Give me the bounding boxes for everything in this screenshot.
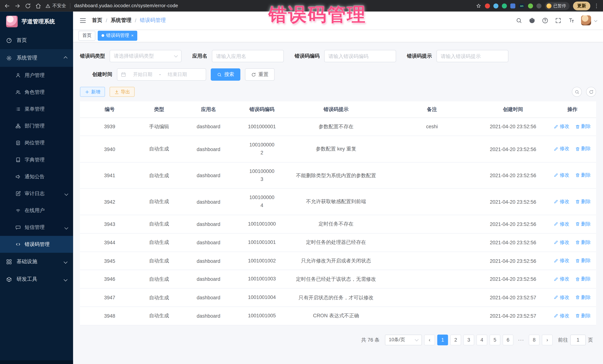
sidebar-item-dict-mgmt[interactable]: 字典管理 <box>0 151 73 168</box>
sidebar-item-role-mgmt[interactable]: 角色管理 <box>0 84 73 101</box>
sidebar-item-sms-mgmt[interactable]: 短信管理 <box>0 219 73 236</box>
reload-icon[interactable] <box>25 2 31 9</box>
page-button-2[interactable]: 2 <box>450 334 461 345</box>
extension-paw-icon[interactable] <box>536 3 541 8</box>
sidebar-item-dept-mgmt[interactable]: 部门管理 <box>0 118 73 134</box>
tag-close-icon[interactable]: × <box>131 33 134 38</box>
tags-view-bar: 首页 错误码管理 × <box>73 29 603 42</box>
page-button-6[interactable]: 6 <box>503 334 513 345</box>
delete-link[interactable]: 删除 <box>575 221 591 227</box>
page-size-select[interactable]: 10条/页 <box>385 334 422 345</box>
pencil-icon <box>554 240 559 245</box>
page-button-3[interactable]: 3 <box>464 334 474 345</box>
prev-page-button[interactable]: ‹ <box>424 334 435 345</box>
home-icon[interactable] <box>35 2 42 9</box>
col-header-remark: 备注 <box>386 101 477 118</box>
fullscreen-icon[interactable] <box>555 17 561 23</box>
edit-link[interactable]: 修改 <box>554 221 569 227</box>
edit-link[interactable]: 修改 <box>554 239 569 246</box>
chrome-update-button[interactable]: 更新 <box>573 1 590 10</box>
refresh-table-button[interactable] <box>586 87 596 97</box>
table-row: 3948 自动生成 dashboard 1001001005 CRON 表达式不… <box>80 307 596 325</box>
delete-link[interactable]: 删除 <box>575 146 591 152</box>
edit-link[interactable]: 修改 <box>554 123 569 130</box>
error-code-input[interactable] <box>328 53 392 59</box>
end-date-input[interactable] <box>163 72 191 77</box>
delete-link[interactable]: 删除 <box>575 199 591 205</box>
sidebar-item-error-code[interactable]: 错误码管理 <box>0 236 73 253</box>
delete-link[interactable]: 删除 <box>575 313 591 319</box>
edit-link[interactable]: 修改 <box>554 257 569 264</box>
sidebar-item-infra[interactable]: 基础设施 <box>0 253 73 270</box>
reset-button[interactable]: 重置 <box>245 68 275 81</box>
next-page-button[interactable]: › <box>542 334 553 345</box>
sidebar-item-audit-log[interactable]: 审计日志 <box>0 185 73 202</box>
extension-blue-drop-icon[interactable] <box>494 3 499 8</box>
security-chip[interactable]: 不安全 <box>46 2 66 9</box>
search-icon[interactable] <box>516 17 522 23</box>
bookmark-star-icon[interactable] <box>476 3 482 9</box>
hamburger-icon[interactable] <box>79 17 86 24</box>
start-date-input[interactable] <box>128 72 157 77</box>
extension-green-circle-icon[interactable] <box>502 3 507 8</box>
edit-link[interactable]: 修改 <box>554 276 569 282</box>
address-url[interactable]: dashboard.yudao.iocoder.cn/system/error-… <box>74 3 178 9</box>
sidebar-item-system[interactable]: 系统管理 <box>0 49 73 67</box>
help-icon[interactable] <box>542 17 548 23</box>
app-name-input[interactable] <box>216 53 280 59</box>
page-button-5[interactable]: 5 <box>490 334 500 345</box>
browser-menu-icon[interactable]: ⋮ <box>594 3 599 9</box>
export-button[interactable]: 导出 <box>110 87 135 97</box>
user-avatar[interactable] <box>581 15 591 25</box>
extension-leaf-icon[interactable] <box>528 3 533 8</box>
sidebar-item-home[interactable]: 首页 <box>0 32 73 49</box>
col-header-ops: 操作 <box>549 101 596 118</box>
delete-link[interactable]: 删除 <box>575 294 591 301</box>
sidebar-item-online-users[interactable]: 在线用户 <box>0 202 73 219</box>
delete-link[interactable]: 删除 <box>575 257 591 264</box>
goto-page-input[interactable] <box>570 334 586 345</box>
extension-on-badge-icon[interactable]: on <box>519 4 524 8</box>
edit-link[interactable]: 修改 <box>554 313 569 319</box>
sidebar-item-menu-mgmt[interactable]: 菜单管理 <box>0 101 73 118</box>
breadcrumb-system[interactable]: 系统管理 <box>111 17 131 24</box>
breadcrumb-home[interactable]: 首页 <box>92 17 102 24</box>
edit-link[interactable]: 修改 <box>554 199 569 205</box>
add-button[interactable]: 新增 <box>80 87 105 97</box>
sidebar-item-user-mgmt[interactable]: 用户管理 <box>0 67 73 84</box>
extension-blue-grid-icon[interactable] <box>510 3 515 8</box>
sidebar-item-post-mgmt[interactable]: 岗位管理 <box>0 134 73 151</box>
edit-link[interactable]: 修改 <box>554 172 569 178</box>
edit-link[interactable]: 修改 <box>554 146 569 152</box>
delete-link[interactable]: 删除 <box>575 123 591 130</box>
github-icon[interactable] <box>529 17 535 23</box>
back-icon[interactable] <box>4 2 10 9</box>
font-size-icon[interactable] <box>568 17 574 23</box>
sidebar-collapse-bar[interactable] <box>0 360 73 364</box>
page-button-8[interactable]: 8 <box>529 334 540 345</box>
error-type-select[interactable]: 请选择错误码类型 <box>110 50 182 62</box>
date-range-picker[interactable]: - <box>117 68 206 81</box>
search-button[interactable]: 搜索 <box>211 68 241 81</box>
page-button-1[interactable]: 1 <box>437 334 448 345</box>
delete-link[interactable]: 删除 <box>575 239 591 246</box>
avatar-caret-icon[interactable] <box>594 19 597 22</box>
toggle-search-button[interactable] <box>572 87 582 97</box>
page-button-4[interactable]: 4 <box>476 334 487 345</box>
table-header-row: 编号 类型 应用名 错误码编码 错误码提示 备注 创建时间 操作 <box>80 101 596 118</box>
profile-paused-chip[interactable]: 已暂停 <box>545 2 570 10</box>
sidebar-item-notice[interactable]: 通知公告 <box>0 168 73 185</box>
app-logo[interactable]: 芋道管理系统 <box>0 11 73 32</box>
delete-link[interactable]: 删除 <box>575 172 591 178</box>
sidebar-item-devtools[interactable]: 研发工具 <box>0 270 73 288</box>
more-pages-icon[interactable]: ··· <box>516 334 526 345</box>
delete-link[interactable]: 删除 <box>575 276 591 282</box>
tag-home[interactable]: 首页 <box>79 31 95 41</box>
cell-code: 1001001005 <box>238 307 286 325</box>
forward-icon[interactable] <box>14 2 21 9</box>
extension-red-icon[interactable] <box>485 3 490 8</box>
edit-link[interactable]: 修改 <box>554 294 569 301</box>
error-msg-input[interactable] <box>441 53 504 59</box>
tag-error-code[interactable]: 错误码管理 × <box>98 31 137 41</box>
cell-code: 1001001003 <box>238 270 286 288</box>
